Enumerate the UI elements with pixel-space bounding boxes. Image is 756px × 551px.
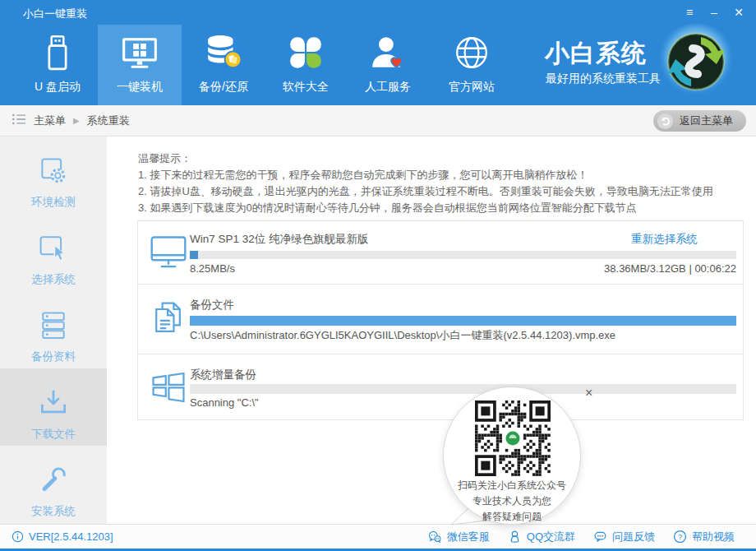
brand-title: 小白系统 <box>545 37 647 71</box>
breadcrumb-current: 系统重装 <box>87 113 130 128</box>
download-progress-text: 38.36MB/3.12GB | 00:06:22 <box>604 262 736 275</box>
incremental-backup-title: 系统增量备份 <box>190 368 256 382</box>
main-content: 温馨提示： 1. 接下来的过程无需您的干预，程序会帮助您自动完成剩下的步骤，您可… <box>107 137 756 524</box>
qq-icon <box>508 530 522 544</box>
incremental-backup-section: 系统增量备份 Scanning "C:\" <box>138 354 743 419</box>
reselect-system-link[interactable]: 重新选择系统 <box>631 232 698 247</box>
brand-subtitle: 最好用的系统重装工具 <box>546 72 661 86</box>
version-label: VER[2.5.44.1203] <box>29 530 113 543</box>
breadcrumb-separator-icon: ▶ <box>73 116 80 125</box>
nav-label: 官方网站 <box>430 80 514 95</box>
nav-label: 一键装机 <box>98 80 182 95</box>
bubble-close-icon[interactable]: × <box>585 386 592 401</box>
svg-text:?: ? <box>678 533 682 541</box>
download-progress-bar <box>190 251 736 259</box>
menu-icon[interactable]: ≡ <box>677 0 702 25</box>
back-to-main-menu-button[interactable]: 返回主菜单 <box>653 110 746 132</box>
sidebar-item-backup-data[interactable]: 备份资料 <box>0 291 107 368</box>
nav-item-support[interactable]: 人工服务 <box>346 25 430 105</box>
download-speed: 8.25MB/s <box>190 262 235 275</box>
backup-file-title: 备份文件 <box>190 298 234 313</box>
nav-item-usb-boot[interactable]: U 盘启动 <box>16 25 99 105</box>
breadcrumb: 主菜单 ▶ 系统重装 返回主菜单 <box>0 105 756 137</box>
qr-popup: 扫码关注小白系统公众号 专业技术人员为您 解答疑难问题 <box>443 387 581 525</box>
minimize-icon[interactable]: – <box>702 0 726 25</box>
app-window: 小白一键重装 ≡ – ✕ U 盘启动 一键装机 备份/还原 <box>0 0 756 551</box>
nav-item-website[interactable]: 官方网站 <box>430 25 514 105</box>
sidebar-item-select-system[interactable]: 选择系统 <box>0 214 107 291</box>
download-title: Win7 SP1 32位 纯净绿色旗舰最新版 <box>190 232 369 247</box>
window-title: 小白一键重装 <box>23 7 87 21</box>
nav-item-software[interactable]: 软件大全 <box>264 25 348 105</box>
sidebar-item-download-files[interactable]: 下载文件 <box>0 368 107 446</box>
sidebar-item-env-check[interactable]: 环境检测 <box>0 137 107 214</box>
tips-line: 1. 接下来的过程无需您的干预，程序会帮助您自动完成剩下的步骤，您可以离开电脑稍… <box>138 167 713 183</box>
feedback-link[interactable]: 问题反馈 <box>593 530 655 544</box>
tips-block: 温馨提示： 1. 接下来的过程无需您的干预，程序会帮助您自动完成剩下的步骤，您可… <box>138 150 713 216</box>
person-heart-icon <box>369 34 407 72</box>
clover-icon <box>287 34 325 72</box>
install-system-icon <box>37 464 70 497</box>
status-link-label: 帮助视频 <box>692 530 735 544</box>
nav-label: U 盘启动 <box>16 80 99 95</box>
globe-icon <box>453 34 491 72</box>
nav-item-backup-restore[interactable]: 备份/还原 <box>182 25 265 105</box>
help-icon: ? <box>673 530 687 544</box>
version-info: VER[2.5.44.1203] <box>12 525 113 549</box>
windows-logo-icon <box>149 368 188 407</box>
top-nav: U 盘启动 一键装机 备份/还原 软件大全 人工服务 <box>0 25 756 105</box>
incremental-progress-bar <box>190 384 736 394</box>
sidebar-label: 备份资料 <box>31 350 76 363</box>
back-arrow-icon <box>657 113 673 129</box>
qq-group-link[interactable]: QQ交流群 <box>508 530 575 544</box>
tips-line: 3. 如果遇到下载速度为0的情况时请耐心等待几分钟，服务器会自动根据您当前网络位… <box>138 200 713 216</box>
monitor-outline-icon <box>149 233 188 272</box>
help-video-link[interactable]: ? 帮助视频 <box>673 530 735 544</box>
wechat-service-link[interactable]: 微信客服 <box>427 530 490 544</box>
backup-progress-fill <box>190 316 736 326</box>
select-system-icon <box>37 232 70 265</box>
back-button-label: 返回主菜单 <box>680 113 733 128</box>
status-link-label: 问题反馈 <box>612 530 655 544</box>
qr-code <box>475 401 551 476</box>
monitor-icon <box>121 34 159 72</box>
tips-title: 温馨提示： <box>138 150 713 167</box>
nav-label: 软件大全 <box>264 80 348 95</box>
backup-progress-bar <box>190 316 736 326</box>
sidebar-label: 安装系统 <box>31 505 76 517</box>
download-icon <box>37 387 70 419</box>
title-bar: 小白一键重装 ≡ – ✕ <box>0 0 756 25</box>
list-icon <box>12 113 26 128</box>
sidebar-item-install-system[interactable]: 安装系统 <box>0 446 107 523</box>
sidebar: 环境检测 选择系统 备份资料 下载文件 安装系统 <box>0 137 107 524</box>
feedback-icon <box>593 530 607 544</box>
sidebar-label: 环境检测 <box>31 196 76 208</box>
nav-label: 备份/还原 <box>182 80 265 95</box>
info-icon <box>12 530 24 543</box>
status-link-label: QQ交流群 <box>527 530 575 544</box>
backup-data-icon <box>37 309 70 342</box>
database-icon <box>205 34 242 72</box>
backup-file-section: 备份文件 C:\Users\Administrator.6GYGLI5KAOYG… <box>138 284 743 354</box>
tips-line: 2. 请拔掉U盘、移动硬盘，退出光驱内的光盘，并保证系统重装过程不断电。否则重装… <box>138 183 713 200</box>
close-icon[interactable]: ✕ <box>726 0 751 25</box>
progress-panel: Win7 SP1 32位 纯净绿色旗舰最新版 重新选择系统 8.25MB/s 3… <box>137 220 744 420</box>
env-check-icon <box>37 155 70 188</box>
qr-popup-text: 扫码关注小白系统公众号 专业技术人员为您 解答疑难问题 <box>444 478 580 525</box>
backup-file-path: C:\Users\Administrator.6GYGLI5KAOYGIIL\D… <box>190 328 615 343</box>
status-links: 微信客服 QQ交流群 问题反馈 ? 帮助视频 <box>427 525 735 549</box>
download-progress-fill <box>190 251 198 259</box>
documents-icon <box>149 299 188 339</box>
status-link-label: 微信客服 <box>447 530 490 544</box>
status-bar: VER[2.5.44.1203] 微信客服 QQ交流群 问题反馈 ? 帮助视频 <box>0 524 756 549</box>
incremental-backup-status: Scanning "C:\" <box>190 396 259 409</box>
nav-label: 人工服务 <box>346 80 430 95</box>
sidebar-label: 下载文件 <box>31 428 76 440</box>
usb-icon <box>39 34 76 72</box>
download-section: Win7 SP1 32位 纯净绿色旗舰最新版 重新选择系统 8.25MB/s 3… <box>138 221 743 284</box>
breadcrumb-root[interactable]: 主菜单 <box>34 113 66 128</box>
app-logo <box>657 22 735 101</box>
window-controls: ≡ – ✕ <box>677 0 751 25</box>
nav-item-one-click-install[interactable]: 一键装机 <box>98 25 182 105</box>
sidebar-label: 选择系统 <box>31 273 76 285</box>
